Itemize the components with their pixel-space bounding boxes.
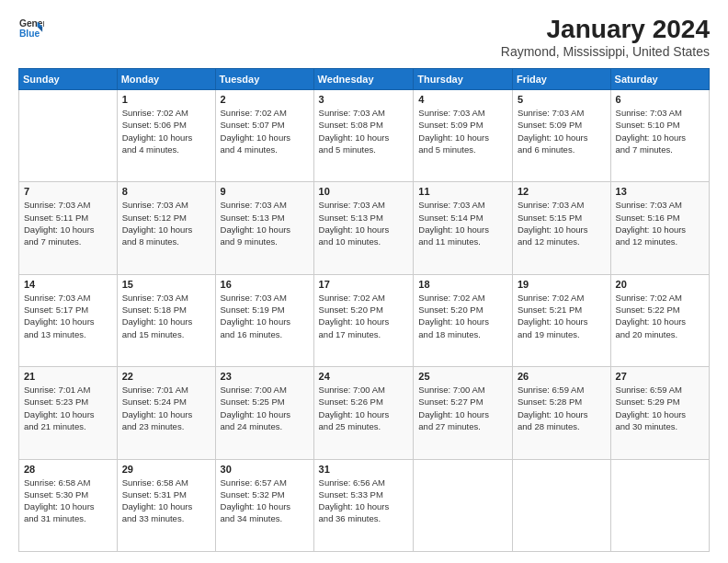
day-info: Sunrise: 7:02 AM Sunset: 5:07 PM Dayligh… xyxy=(221,107,309,155)
day-info: Sunrise: 6:59 AM Sunset: 5:28 PM Dayligh… xyxy=(518,384,606,432)
day-number: 3 xyxy=(319,94,409,105)
day-number: 11 xyxy=(418,186,507,197)
calendar-cell: 18Sunrise: 7:02 AM Sunset: 5:20 PM Dayli… xyxy=(414,274,513,366)
calendar-cell: 23Sunrise: 7:00 AM Sunset: 5:25 PM Dayli… xyxy=(215,367,313,459)
day-info: Sunrise: 7:00 AM Sunset: 5:25 PM Dayligh… xyxy=(221,384,309,432)
col-sunday: Sunday xyxy=(19,69,118,90)
calendar-cell: 22Sunrise: 7:01 AM Sunset: 5:24 PM Dayli… xyxy=(117,367,215,459)
day-number: 21 xyxy=(24,371,112,382)
day-info: Sunrise: 7:00 AM Sunset: 5:26 PM Dayligh… xyxy=(319,384,409,432)
calendar-cell: 11Sunrise: 7:03 AM Sunset: 5:14 PM Dayli… xyxy=(414,182,513,274)
day-number: 26 xyxy=(518,371,606,382)
calendar-cell: 6Sunrise: 7:03 AM Sunset: 5:10 PM Daylig… xyxy=(610,90,709,182)
calendar-cell xyxy=(512,459,610,551)
day-info: Sunrise: 7:03 AM Sunset: 5:13 PM Dayligh… xyxy=(319,199,409,247)
day-info: Sunrise: 7:03 AM Sunset: 5:16 PM Dayligh… xyxy=(616,199,704,247)
calendar-cell xyxy=(414,459,513,551)
logo: General Blue xyxy=(18,15,44,40)
day-number: 28 xyxy=(24,464,112,475)
day-number: 16 xyxy=(221,279,309,290)
calendar-cell: 1Sunrise: 7:02 AM Sunset: 5:06 PM Daylig… xyxy=(117,90,215,182)
calendar-cell: 27Sunrise: 6:59 AM Sunset: 5:29 PM Dayli… xyxy=(610,367,709,459)
day-number: 13 xyxy=(616,186,704,197)
day-number: 1 xyxy=(122,94,210,105)
calendar-week-row: 7Sunrise: 7:03 AM Sunset: 5:11 PM Daylig… xyxy=(19,182,710,274)
header: General Blue January 2024 Raymond, Missi… xyxy=(18,15,710,59)
day-number: 4 xyxy=(418,94,507,105)
calendar-cell: 31Sunrise: 6:56 AM Sunset: 5:33 PM Dayli… xyxy=(313,459,414,551)
day-number: 24 xyxy=(319,371,409,382)
calendar-week-row: 21Sunrise: 7:01 AM Sunset: 5:23 PM Dayli… xyxy=(19,367,710,459)
day-info: Sunrise: 7:03 AM Sunset: 5:09 PM Dayligh… xyxy=(418,107,507,155)
calendar-cell: 12Sunrise: 7:03 AM Sunset: 5:15 PM Dayli… xyxy=(512,182,610,274)
calendar-cell: 28Sunrise: 6:58 AM Sunset: 5:30 PM Dayli… xyxy=(19,459,118,551)
day-info: Sunrise: 7:02 AM Sunset: 5:21 PM Dayligh… xyxy=(518,292,606,340)
day-info: Sunrise: 7:03 AM Sunset: 5:10 PM Dayligh… xyxy=(616,107,704,155)
calendar-cell: 10Sunrise: 7:03 AM Sunset: 5:13 PM Dayli… xyxy=(313,182,414,274)
day-info: Sunrise: 7:03 AM Sunset: 5:09 PM Dayligh… xyxy=(518,107,606,155)
calendar-week-row: 28Sunrise: 6:58 AM Sunset: 5:30 PM Dayli… xyxy=(19,459,710,551)
day-number: 30 xyxy=(221,464,309,475)
page: General Blue January 2024 Raymond, Missi… xyxy=(0,0,728,563)
calendar-cell xyxy=(19,90,118,182)
day-number: 22 xyxy=(122,371,210,382)
calendar-cell: 2Sunrise: 7:02 AM Sunset: 5:07 PM Daylig… xyxy=(215,90,313,182)
calendar-cell: 13Sunrise: 7:03 AM Sunset: 5:16 PM Dayli… xyxy=(610,182,709,274)
calendar-cell: 19Sunrise: 7:02 AM Sunset: 5:21 PM Dayli… xyxy=(512,274,610,366)
calendar-cell: 30Sunrise: 6:57 AM Sunset: 5:32 PM Dayli… xyxy=(215,459,313,551)
day-info: Sunrise: 7:03 AM Sunset: 5:11 PM Dayligh… xyxy=(24,199,112,247)
day-info: Sunrise: 7:01 AM Sunset: 5:23 PM Dayligh… xyxy=(24,384,112,432)
calendar-cell: 16Sunrise: 7:03 AM Sunset: 5:19 PM Dayli… xyxy=(215,274,313,366)
calendar-header-row: Sunday Monday Tuesday Wednesday Thursday… xyxy=(19,69,710,90)
day-info: Sunrise: 7:03 AM Sunset: 5:08 PM Dayligh… xyxy=(319,107,409,155)
day-number: 23 xyxy=(221,371,309,382)
calendar-cell: 4Sunrise: 7:03 AM Sunset: 5:09 PM Daylig… xyxy=(414,90,513,182)
day-number: 31 xyxy=(319,464,409,475)
day-info: Sunrise: 7:03 AM Sunset: 5:13 PM Dayligh… xyxy=(221,199,309,247)
calendar-cell: 29Sunrise: 6:58 AM Sunset: 5:31 PM Dayli… xyxy=(117,459,215,551)
calendar-cell: 7Sunrise: 7:03 AM Sunset: 5:11 PM Daylig… xyxy=(19,182,118,274)
day-info: Sunrise: 7:03 AM Sunset: 5:12 PM Dayligh… xyxy=(122,199,210,247)
day-info: Sunrise: 7:03 AM Sunset: 5:14 PM Dayligh… xyxy=(418,199,507,247)
col-monday: Monday xyxy=(117,69,215,90)
calendar-cell: 25Sunrise: 7:00 AM Sunset: 5:27 PM Dayli… xyxy=(414,367,513,459)
col-saturday: Saturday xyxy=(610,69,709,90)
calendar-table: Sunday Monday Tuesday Wednesday Thursday… xyxy=(18,68,710,552)
day-info: Sunrise: 7:03 AM Sunset: 5:18 PM Dayligh… xyxy=(122,292,210,340)
day-info: Sunrise: 7:03 AM Sunset: 5:17 PM Dayligh… xyxy=(24,292,112,340)
day-number: 17 xyxy=(319,279,409,290)
calendar-cell: 8Sunrise: 7:03 AM Sunset: 5:12 PM Daylig… xyxy=(117,182,215,274)
day-info: Sunrise: 7:00 AM Sunset: 5:27 PM Dayligh… xyxy=(418,384,507,432)
day-info: Sunrise: 7:02 AM Sunset: 5:20 PM Dayligh… xyxy=(319,292,409,340)
day-info: Sunrise: 7:02 AM Sunset: 5:22 PM Dayligh… xyxy=(616,292,704,340)
day-info: Sunrise: 7:01 AM Sunset: 5:24 PM Dayligh… xyxy=(122,384,210,432)
calendar-week-row: 14Sunrise: 7:03 AM Sunset: 5:17 PM Dayli… xyxy=(19,274,710,366)
day-number: 10 xyxy=(319,186,409,197)
day-info: Sunrise: 6:57 AM Sunset: 5:32 PM Dayligh… xyxy=(221,477,309,525)
day-number: 18 xyxy=(418,279,507,290)
calendar-cell: 3Sunrise: 7:03 AM Sunset: 5:08 PM Daylig… xyxy=(313,90,414,182)
calendar-cell: 17Sunrise: 7:02 AM Sunset: 5:20 PM Dayli… xyxy=(313,274,414,366)
title-block: January 2024 Raymond, Mississippi, Unite… xyxy=(501,15,710,59)
day-number: 2 xyxy=(221,94,309,105)
day-number: 6 xyxy=(616,94,704,105)
day-number: 19 xyxy=(518,279,606,290)
calendar-cell: 21Sunrise: 7:01 AM Sunset: 5:23 PM Dayli… xyxy=(19,367,118,459)
calendar-cell: 24Sunrise: 7:00 AM Sunset: 5:26 PM Dayli… xyxy=(313,367,414,459)
calendar-cell: 9Sunrise: 7:03 AM Sunset: 5:13 PM Daylig… xyxy=(215,182,313,274)
col-tuesday: Tuesday xyxy=(215,69,313,90)
day-number: 12 xyxy=(518,186,606,197)
day-info: Sunrise: 6:59 AM Sunset: 5:29 PM Dayligh… xyxy=(616,384,704,432)
col-friday: Friday xyxy=(512,69,610,90)
subtitle: Raymond, Mississippi, United States xyxy=(501,44,710,59)
day-number: 15 xyxy=(122,279,210,290)
main-title: January 2024 xyxy=(501,15,710,44)
day-number: 7 xyxy=(24,186,112,197)
calendar-cell: 26Sunrise: 6:59 AM Sunset: 5:28 PM Dayli… xyxy=(512,367,610,459)
day-info: Sunrise: 7:02 AM Sunset: 5:20 PM Dayligh… xyxy=(418,292,507,340)
day-info: Sunrise: 7:03 AM Sunset: 5:19 PM Dayligh… xyxy=(221,292,309,340)
calendar-week-row: 1Sunrise: 7:02 AM Sunset: 5:06 PM Daylig… xyxy=(19,90,710,182)
day-number: 27 xyxy=(616,371,704,382)
day-number: 14 xyxy=(24,279,112,290)
logo-icon: General Blue xyxy=(18,15,44,40)
